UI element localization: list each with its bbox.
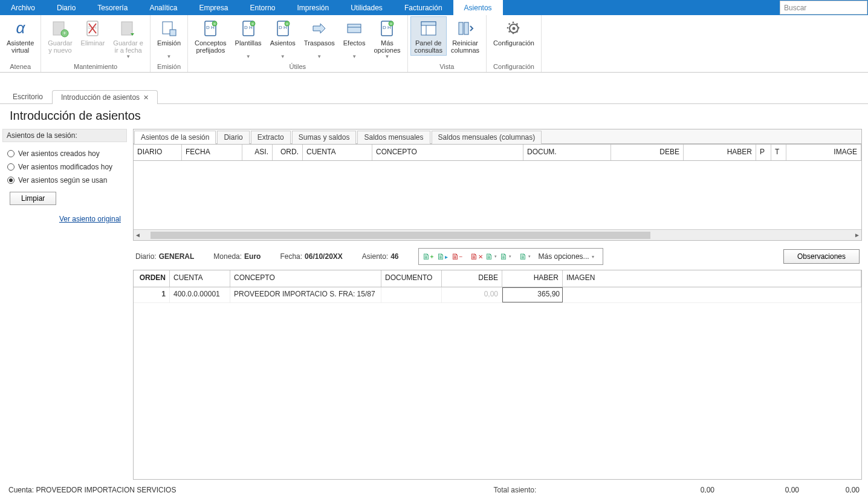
svg-rect-10 (170, 30, 176, 36)
tab-escritorio[interactable]: Escritorio (4, 90, 52, 103)
tab-introducción-de-asientos[interactable]: Introducción de asientos✕ (52, 90, 158, 104)
col-p[interactable]: P (756, 145, 771, 160)
doc-next-icon[interactable]: 🗎▸ (436, 250, 449, 263)
svg-point-35 (513, 27, 516, 30)
col-debe[interactable]: DEBE (611, 145, 684, 160)
doc-link-icon[interactable]: 🗎▾ (484, 250, 497, 263)
ver-asiento-original-link[interactable]: Ver asiento original (2, 215, 121, 223)
svg-text:+: + (63, 30, 66, 36)
panel-consultas[interactable]: Panel deconsultas (410, 16, 447, 56)
inner-tab-1[interactable]: Diario (217, 131, 249, 144)
cell-concepto[interactable]: PROVEEDOR IMPORTACIO S. FRA: 15/87 (230, 287, 381, 302)
doc-extra-icon[interactable]: 🗎▾ (518, 250, 531, 263)
cell-cuenta[interactable]: 400.0.0.00001 (170, 287, 230, 302)
svg-text:+: + (390, 22, 393, 25)
col-docum.[interactable]: DOCUM. (523, 145, 611, 160)
session-grid-header: DIARIOFECHAASI.ORD.CUENTACONCEPTODOCUM.D… (134, 144, 861, 161)
menu-asientos[interactable]: Asientos (453, 0, 503, 15)
reiniciar-columnas[interactable]: Reiniciarcolumnas (447, 16, 484, 56)
document-tabs: EscritorioIntroducción de asientos✕ (0, 90, 868, 104)
menu-analítica[interactable]: Analítica (138, 0, 188, 15)
col-t[interactable]: T (771, 145, 786, 160)
col-image[interactable]: IMAGE (786, 145, 861, 160)
session-panel: Asientos de la sesiónDiarioExtractoSumas… (133, 129, 862, 241)
ecol-haber[interactable]: HABER (502, 270, 563, 287)
emision[interactable]: Emisión ▼ (153, 16, 185, 62)
col-asi.[interactable]: ASI. (242, 145, 273, 160)
ecol-orden[interactable]: ORDEN (134, 270, 170, 287)
col-ord.[interactable]: ORD. (273, 145, 303, 160)
menu-diario[interactable]: Diario (46, 0, 86, 15)
col-haber[interactable]: HABER (684, 145, 756, 160)
cell-imagen[interactable] (563, 287, 861, 302)
svg-rect-42 (513, 22, 514, 23)
menu-utilidades[interactable]: Utilidades (340, 0, 394, 15)
radio-2[interactable]: Ver asientos según se usan (2, 174, 127, 187)
traspasos[interactable]: Traspasos ▼ (300, 16, 339, 62)
menu-impresión[interactable]: Impresión (286, 0, 340, 15)
inner-tab-0[interactable]: Asientos de la sesión (134, 131, 216, 144)
inner-tab-2[interactable]: Extracto (251, 131, 291, 144)
ecol-documento[interactable]: DOCUMENTO (381, 270, 442, 287)
cell-documento[interactable] (381, 287, 442, 302)
menu-entorno[interactable]: Entorno (239, 0, 286, 15)
col-concepto[interactable]: CONCEPTO (372, 145, 523, 160)
inner-tab-4[interactable]: Saldos mensuales (357, 131, 430, 144)
save-goto-icon (118, 19, 138, 38)
page-title: Introducción de asientos (0, 104, 868, 129)
close-icon[interactable]: ✕ (143, 94, 149, 102)
conceptos-prefijados[interactable]: D H+Conceptosprefijados (190, 16, 231, 56)
session-grid-scrollbar[interactable]: ◄ ► (134, 229, 861, 240)
inner-tab-3[interactable]: Sumas y saldos (292, 131, 357, 144)
doc-dh-icon: D H+ (273, 19, 293, 38)
efectos[interactable]: Efectos ▼ (339, 16, 370, 62)
plantillas[interactable]: D H+Plantillas ▼ (231, 16, 266, 62)
observaciones-button[interactable]: Observaciones (783, 249, 860, 264)
configuracion[interactable]: Configuración (489, 16, 539, 56)
save-new-icon: + (50, 19, 70, 38)
ecol-debe[interactable]: DEBE (442, 270, 502, 287)
entry-toolbar: 🗎+ 🗎▸ 🗎− 🗎✕ 🗎▾ 🗎▾ 🗎▾ Más opciones...▾ (418, 248, 603, 265)
inner-tabs: Asientos de la sesiónDiarioExtractoSumas… (134, 129, 861, 144)
asistente-virtual[interactable]: αAsistentevirtual (2, 16, 38, 56)
traspasos-icon (309, 19, 329, 38)
doc-dh-icon: D H+ (377, 19, 397, 38)
search-input[interactable]: Buscar (780, 1, 867, 15)
ecol-imagen[interactable]: IMAGEN (563, 270, 861, 287)
ecol-concepto[interactable]: CONCEPTO (230, 270, 381, 287)
inner-tab-5[interactable]: Saldos mensuales (columnas) (432, 131, 542, 144)
col-fecha[interactable]: FECHA (182, 145, 242, 160)
scroll-right-icon[interactable]: ► (853, 232, 861, 238)
asientos-dd[interactable]: D H+Asientos ▼ (266, 16, 300, 62)
svg-rect-30 (421, 22, 436, 25)
scroll-left-icon[interactable]: ◄ (134, 232, 142, 238)
ribbon-group-label: Vista (410, 62, 484, 72)
menu-archivo[interactable]: Archivo (0, 0, 46, 15)
svg-rect-36 (518, 27, 519, 28)
entry-grid-row[interactable]: 1 400.0.0.00001 PROVEEDOR IMPORTACIO S. … (134, 287, 861, 303)
radio-0[interactable]: Ver asientos creados hoy (2, 147, 127, 160)
menu-facturación[interactable]: Facturación (394, 0, 453, 15)
mas-opciones-button[interactable]: Más opciones...▾ (533, 252, 600, 261)
doc-delete-icon[interactable]: 🗎✕ (470, 250, 483, 263)
limpiar-button[interactable]: Limpiar (10, 192, 56, 205)
radio-1[interactable]: Ver asientos modificados hoy (2, 160, 127, 174)
doc-dh-icon: D H+ (239, 19, 258, 38)
menu-tesorería[interactable]: Tesorería (86, 0, 138, 15)
radio-group: Ver asientos creados hoyVer asientos mod… (2, 147, 127, 187)
ecol-cuenta[interactable]: CUENTA (170, 270, 230, 287)
cell-orden[interactable]: 1 (134, 287, 170, 302)
svg-rect-32 (459, 22, 463, 34)
delete-icon: D H (83, 19, 102, 38)
menu-bar: ArchivoDiarioTesoreríaAnalíticaEmpresaEn… (0, 0, 868, 15)
ribbon-group-label: Configuración (489, 62, 539, 72)
cell-haber[interactable]: 365,90 (502, 287, 563, 302)
menu-empresa[interactable]: Empresa (188, 0, 239, 15)
doc-remove-icon[interactable]: 🗎− (450, 250, 464, 263)
cell-debe[interactable]: 0,00 (442, 287, 502, 302)
doc-order-icon[interactable]: 🗎▾ (499, 250, 512, 263)
col-cuenta[interactable]: CUENTA (303, 145, 372, 160)
mas-opciones[interactable]: D H+Másopciones▼ (369, 16, 404, 62)
doc-add-icon[interactable]: 🗎+ (421, 250, 435, 263)
col-diario[interactable]: DIARIO (134, 145, 182, 160)
